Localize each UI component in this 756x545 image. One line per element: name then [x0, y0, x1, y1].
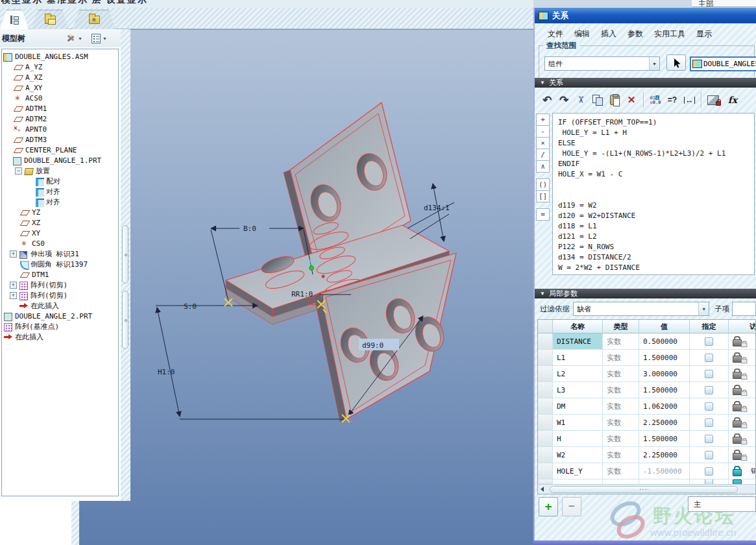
tree-item[interactable]: YZ [2, 207, 118, 217]
relations-editor[interactable]: IF (OFFSET_FROM_TOP==1) HOLE_Y = L1 + H … [552, 113, 755, 275]
expand-toggle[interactable]: + [10, 292, 17, 299]
param-value-cell[interactable]: 0.500000 [639, 333, 690, 350]
access-lock-icon[interactable] [733, 466, 750, 477]
select-item-button[interactable] [666, 54, 686, 71]
access-lock-icon[interactable] [733, 385, 750, 396]
add-parameter-button[interactable]: + [539, 497, 558, 516]
param-value-cell[interactable]: -1.500000 [639, 463, 690, 479]
param-name-cell[interactable]: W2 [553, 447, 603, 463]
param-row[interactable]: W2 实数 2.250000 [538, 447, 755, 463]
param-value-cell[interactable]: 1.500000 [639, 350, 690, 366]
menu-item[interactable]: 编辑 [574, 29, 590, 40]
designate-checkbox[interactable] [705, 370, 713, 378]
designate-checkbox[interactable] [705, 337, 713, 346]
tree-item[interactable]: 配对 [2, 176, 118, 186]
param-value-cell[interactable]: 2.250000 [639, 447, 690, 463]
access-lock-icon[interactable] [733, 450, 750, 461]
local-params-section-header[interactable]: ▼ 局部参数 [535, 289, 756, 298]
row-selector[interactable] [538, 431, 553, 447]
tree-item[interactable]: CENTER_PLANE [2, 145, 118, 155]
row-selector[interactable] [538, 382, 553, 398]
cad-scene[interactable]: B:0 S:0 H1:0 RR1:0 d99:0 d134:1 [130, 29, 533, 545]
designate-checkbox[interactable] [705, 402, 713, 411]
operator-button[interactable]: + [536, 114, 550, 126]
row-selector[interactable] [538, 333, 553, 350]
access-lock-icon[interactable] [733, 433, 750, 444]
designate-checkbox[interactable] [705, 451, 713, 459]
param-row[interactable]: DM 实数 1.062000 [538, 398, 755, 415]
row-selector[interactable] [538, 415, 553, 431]
undo-button[interactable]: ↶ [539, 91, 555, 108]
column-header[interactable]: 类型 [603, 320, 639, 333]
scroll-left-icon[interactable] [538, 485, 546, 494]
access-lock-icon[interactable] [733, 336, 750, 347]
row-selector[interactable] [538, 366, 553, 382]
access-lock-icon[interactable] [733, 401, 750, 412]
param-row[interactable]: L3 实数 1.500000 [538, 382, 755, 398]
expand-toggle[interactable]: − [15, 167, 22, 175]
menu-item[interactable]: 显示 [696, 29, 712, 40]
panel-splitter[interactable] [121, 29, 130, 501]
param-row[interactable]: L2 实数 3.000000 [538, 366, 755, 382]
tree-item[interactable]: 对齐 [2, 197, 118, 207]
operator-button[interactable]: × [536, 137, 550, 149]
dimension-display-button[interactable]: d1i ⇅0.0 [647, 91, 664, 108]
menu-item[interactable]: 插入 [601, 29, 616, 40]
designate-checkbox[interactable] [705, 386, 713, 394]
param-value-cell[interactable]: 3.000000 [639, 366, 690, 382]
tree-settings-button[interactable]: ▼ [66, 34, 82, 43]
collapse-triangle-icon[interactable]: ▼ [540, 80, 545, 86]
insert-function-button[interactable]: fx [724, 91, 741, 108]
param-value-cell[interactable]: 1.062000 [639, 398, 690, 415]
menu-item[interactable]: 文件 [548, 29, 563, 40]
column-header[interactable]: 访问 [729, 320, 756, 333]
param-name-cell[interactable]: DM [553, 398, 603, 415]
dialog-titlebar[interactable]: 关系 [535, 8, 756, 23]
tree-item[interactable]: ADTM1 [2, 103, 118, 114]
tree-item[interactable]: + 阵列(切剪) [2, 280, 118, 290]
splitter-handle-upper[interactable] [122, 225, 128, 284]
splitter-handle-lower[interactable] [122, 291, 128, 349]
operator-button[interactable]: / [536, 149, 550, 161]
redo-button[interactable]: ↷ [555, 91, 572, 108]
param-name-cell[interactable]: L1 [553, 350, 603, 366]
tab-model-tree[interactable] [0, 10, 29, 29]
tree-item[interactable]: DOUBLE_ANGLE_1.PRT [2, 155, 118, 165]
tree-item[interactable]: 在此插入 [2, 300, 118, 311]
units-button[interactable]: ↔ [681, 91, 698, 108]
tree-item[interactable]: 阵列(基准点) [2, 321, 118, 332]
tree-item[interactable]: ADTM2 [2, 114, 118, 124]
tree-item[interactable]: APNT0 [2, 124, 118, 134]
remove-parameter-button[interactable]: − [562, 497, 581, 516]
table-horizontal-scrollbar[interactable] [538, 484, 755, 494]
copy-button[interactable] [589, 91, 606, 108]
access-lock-icon[interactable] [733, 352, 750, 363]
paste-button[interactable] [606, 91, 623, 108]
tree-item[interactable]: 对齐 [2, 186, 118, 197]
param-row[interactable]: L1 实数 1.500000 [538, 350, 755, 366]
menu-item[interactable]: 实用工具 [654, 29, 685, 40]
relations-section-header[interactable]: ▼ 关系 [535, 78, 756, 88]
param-name-cell[interactable]: L2 [553, 366, 603, 382]
param-row[interactable]: HOLE_Y 实数 -1.500000 锁 [538, 463, 755, 479]
param-value-cell[interactable]: 2.250000 [639, 415, 690, 431]
tree-item[interactable]: DOUBLE_ANGLES.ASM [2, 51, 118, 62]
sorted-relations-button[interactable] [705, 91, 724, 108]
row-selector[interactable] [538, 350, 553, 366]
tree-item[interactable]: A_YZ [2, 62, 118, 72]
tree-item[interactable]: 倒圆角 标识1397 [2, 259, 118, 269]
operator-button[interactable]: [] [536, 190, 550, 202]
param-name-cell[interactable]: H [553, 431, 603, 447]
param-value-cell[interactable]: 1.500000 [639, 382, 690, 398]
tab-folder-browser[interactable] [31, 10, 69, 29]
tree-item[interactable]: + 阵列(切剪) [2, 290, 118, 300]
operator-button[interactable]: () [536, 178, 550, 191]
param-value-cell[interactable]: 1.500000 [639, 431, 690, 447]
tree-item[interactable]: A_XY [2, 82, 118, 93]
access-lock-icon[interactable] [733, 369, 750, 380]
param-name-cell[interactable]: L3 [553, 382, 603, 398]
param-name-cell[interactable]: W1 [553, 415, 603, 431]
dropdown-arrow-icon[interactable]: ▼ [698, 302, 709, 315]
tree-item[interactable]: 在此插入 [2, 332, 118, 342]
column-header[interactable]: 名称 [553, 320, 603, 333]
